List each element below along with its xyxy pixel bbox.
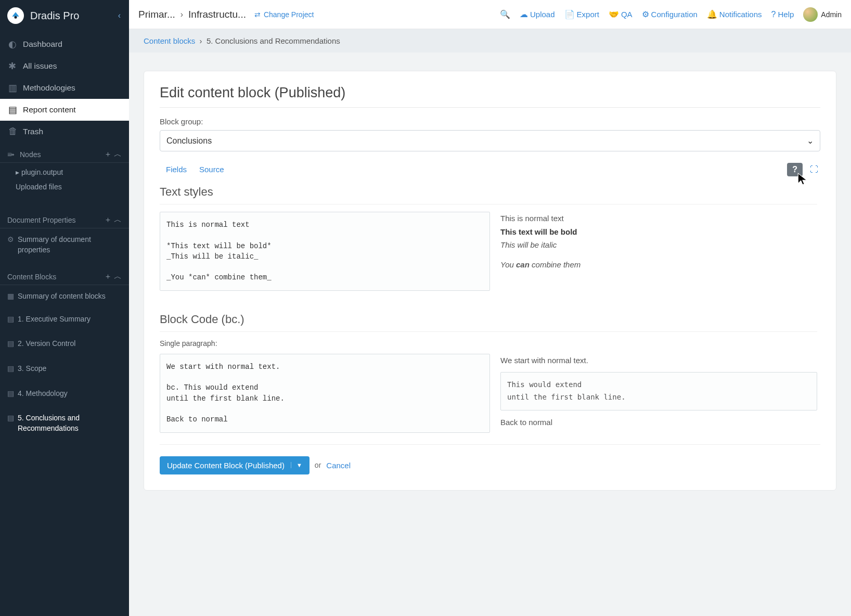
docprops-collapse-icon[interactable]: ︿ — [114, 215, 122, 225]
textstyles-source: This is normal text *This text will be b… — [160, 212, 490, 291]
notifications-link[interactable]: 🔔Notifications — [707, 9, 762, 19]
block-group-select[interactable]: Conclusions ⌄ — [160, 130, 820, 151]
caret-down-icon[interactable]: ▼ — [291, 462, 302, 468]
docprops-header: Document Properties ＋ ︿ — [0, 210, 129, 228]
nodes-collapse-icon[interactable]: ︿ — [114, 149, 122, 159]
editor-scroll[interactable]: Text styles This is normal text *This te… — [160, 179, 820, 433]
cblock-item-5[interactable]: ▤5. Conclusions and Recommendations — [0, 409, 129, 438]
columns-icon: ▥ — [8, 82, 23, 94]
export-link[interactable]: 📄Export — [564, 9, 599, 19]
tab-fields[interactable]: Fields — [160, 161, 193, 178]
help-link[interactable]: ?Help — [771, 10, 794, 19]
handshake-icon: 🤝 — [609, 9, 619, 19]
tab-source[interactable]: Source — [193, 161, 230, 178]
node-plugin-output[interactable]: ▸ plugin.output — [0, 165, 129, 179]
file-export-icon: 📄 — [564, 9, 575, 19]
cblocks-header: Content Blocks ＋ ︿ — [0, 266, 129, 285]
nodes-add-icon[interactable]: ＋ — [104, 149, 112, 159]
file-icon: ▤ — [7, 314, 18, 325]
admin-menu[interactable]: Admin — [803, 7, 842, 22]
edit-panel: Edit content block (Published) Block gro… — [144, 71, 836, 491]
bell-icon: 🔔 — [707, 9, 717, 19]
update-content-block-button[interactable]: Update Content Block (Published) ▼ — [160, 456, 310, 474]
cblock-item-1[interactable]: ▤1. Executive Summary — [0, 310, 129, 329]
preview-line: This is normal text — [500, 212, 817, 225]
svg-point-1 — [15, 16, 17, 19]
sidebar: Dradis Pro ‹ ◐Dashboard ✱All issues ▥Met… — [0, 0, 129, 526]
cogs-icon: ⚙ — [7, 235, 18, 245]
breadcrumb-content-blocks[interactable]: Content blocks — [144, 36, 195, 45]
file-icon: ▤ — [7, 364, 18, 374]
docprops-add-icon[interactable]: ＋ — [104, 215, 112, 225]
section-block-code: Block Code (bc.) — [160, 306, 817, 332]
configuration-link[interactable]: ⚙Configuration — [642, 9, 698, 19]
sidebar-item-reportcontent[interactable]: ▤Report content — [0, 99, 129, 121]
preview-line: This will be italic — [500, 238, 817, 252]
brand-text: Dradis Pro — [30, 10, 79, 22]
sidebar-item-trash[interactable]: 🗑Trash — [0, 121, 129, 142]
textstyles-preview: This is normal text This text will be bo… — [500, 212, 817, 271]
cblocks-collapse-icon[interactable]: ︿ — [114, 272, 122, 281]
avatar — [803, 7, 818, 22]
sidebar-item-allissues[interactable]: ✱All issues — [0, 55, 129, 77]
change-project-link[interactable]: ⇄Change Project — [254, 10, 314, 19]
brand-logo-icon — [7, 7, 24, 24]
question-icon: ? — [771, 10, 776, 19]
sidebar-item-label: Trash — [23, 127, 43, 136]
main: Edit content block (Published) Block gro… — [129, 0, 851, 526]
single-paragraph-label: Single paragraph: — [160, 339, 817, 348]
project-crumb-1[interactable]: Primar... — [138, 9, 175, 20]
cblock-item-4[interactable]: ▤4. Methodology — [0, 384, 129, 403]
section-title: Document Properties — [7, 216, 76, 224]
blockcode-preview: We start with normal text. This would ex… — [500, 354, 817, 429]
chevron-down-icon: ⌄ — [807, 136, 814, 146]
topbar: Primar... › Infrastructu... ⇄Change Proj… — [129, 0, 851, 29]
qa-link[interactable]: 🤝QA — [609, 9, 633, 19]
nodes-header: ⭄ Nodes ＋ ︿ — [0, 144, 129, 163]
trash-icon: 🗑 — [8, 126, 23, 137]
chevron-right-icon: › — [180, 10, 183, 19]
shuffle-icon: ⇄ — [254, 10, 261, 19]
sidebar-item-methodologies[interactable]: ▥Methodologies — [0, 77, 129, 99]
section-title: Nodes — [20, 150, 41, 159]
sidebar-item-dashboard[interactable]: ◐Dashboard — [0, 33, 129, 55]
brand[interactable]: Dradis Pro ‹ — [0, 0, 129, 31]
block-group-label: Block group: — [160, 117, 820, 126]
or-text: or — [315, 461, 321, 469]
node-uploaded-files[interactable]: Uploaded files — [0, 179, 129, 194]
gear-icon: ⚙ — [642, 9, 649, 19]
file-icon: ▤ — [8, 104, 23, 116]
preview-line: This text will be bold — [500, 225, 817, 239]
select-value: Conclusions — [166, 136, 212, 146]
gauge-icon: ◐ — [8, 38, 23, 50]
cblocks-add-icon[interactable]: ＋ — [104, 272, 112, 281]
preview-line: You can combine them — [500, 258, 817, 272]
cblock-item-3[interactable]: ▤3. Scope — [0, 360, 129, 378]
formatting-help-button[interactable]: ? — [787, 163, 803, 176]
preview-line: Back to normal — [500, 416, 817, 429]
sidebar-collapse-icon[interactable]: ‹ — [118, 11, 121, 20]
preview-code: This would extend until the first blank … — [500, 372, 817, 410]
sidebar-item-label: Report content — [23, 105, 76, 114]
page-title: Edit content block (Published) — [160, 85, 820, 108]
file-icon: ▤ — [7, 413, 18, 424]
upload-link[interactable]: ☁Upload — [520, 9, 555, 19]
bug-icon: ✱ — [8, 60, 23, 72]
file-icon: ▤ — [7, 389, 18, 399]
sitemap-icon: ⭄ — [7, 150, 15, 159]
fullscreen-icon[interactable]: ⛶ — [808, 163, 820, 176]
breadcrumb: Content blocks › 5. Conclusions and Reco… — [129, 29, 851, 53]
project-crumb-2[interactable]: Infrastructu... — [188, 9, 246, 20]
file-icon: ▤ — [7, 339, 18, 349]
cblocks-summary-link[interactable]: ▦Summary of content blocks — [0, 287, 129, 306]
search-icon[interactable]: 🔍 — [500, 9, 510, 19]
cblock-item-2[interactable]: ▤2. Version Control — [0, 335, 129, 353]
table-icon: ▦ — [7, 291, 18, 302]
chevron-right-icon: › — [200, 36, 202, 45]
cancel-link[interactable]: Cancel — [326, 461, 351, 470]
docprops-summary-link[interactable]: ⚙Summary of document properties — [0, 230, 129, 259]
breadcrumb-current: 5. Conclusions and Recommendations — [207, 36, 340, 45]
sidebar-item-label: Dashboard — [23, 40, 62, 49]
sidebar-item-label: All issues — [23, 61, 57, 71]
sidebar-item-label: Methodologies — [23, 83, 75, 93]
